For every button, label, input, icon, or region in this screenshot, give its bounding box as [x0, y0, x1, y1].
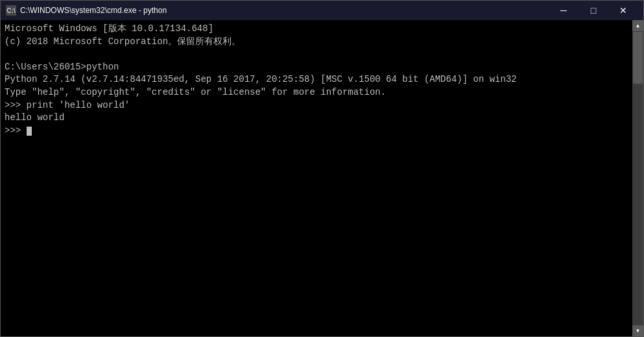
- maximize-button[interactable]: □: [578, 1, 608, 20]
- console-output: Microsoft Windows [版本 10.0.17134.648] (c…: [5, 23, 628, 137]
- console-content: Microsoft Windows [版本 10.0.17134.648] (c…: [1, 20, 632, 336]
- title-bar: C:\ C:\WINDOWS\system32\cmd.exe - python…: [1, 1, 643, 20]
- cmd-window: C:\ C:\WINDOWS\system32\cmd.exe - python…: [0, 0, 644, 337]
- title-bar-text: C:\WINDOWS\system32\cmd.exe - python: [20, 6, 549, 15]
- window-controls: ─ □ ✕: [549, 1, 638, 20]
- minimize-button[interactable]: ─: [549, 1, 578, 20]
- window-icon: C:\: [6, 5, 16, 16]
- scrollbar-down-button[interactable]: ▼: [632, 325, 643, 336]
- scrollbar[interactable]: ▲ ▼: [632, 20, 643, 336]
- scrollbar-track[interactable]: [632, 84, 643, 325]
- scrollbar-up-button[interactable]: ▲: [632, 20, 643, 31]
- close-button[interactable]: ✕: [608, 1, 638, 20]
- scrollbar-thumb[interactable]: [633, 32, 643, 84]
- cursor: [27, 127, 32, 136]
- console-area[interactable]: Microsoft Windows [版本 10.0.17134.648] (c…: [1, 20, 643, 336]
